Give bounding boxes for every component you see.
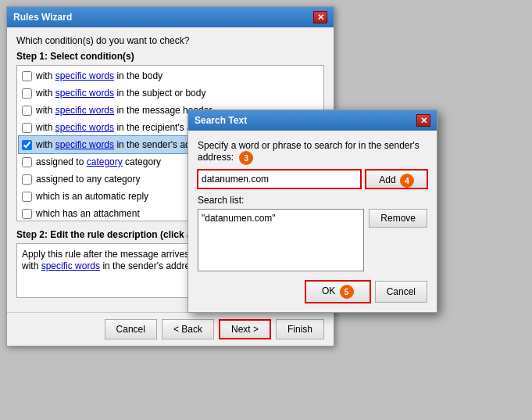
search-list-box[interactable]: "datanumen.com" <box>198 209 364 271</box>
add-button[interactable]: Add 4 <box>366 170 427 188</box>
title-bar-buttons: ✕ <box>313 11 327 23</box>
rules-wizard-title-bar: Rules Wizard ✕ <box>7 7 334 27</box>
condition-checkbox-2[interactable] <box>22 106 32 116</box>
search-dialog-title-bar: Search Text ✕ <box>188 110 437 131</box>
condition-checkbox-6[interactable] <box>22 174 32 185</box>
link-category[interactable]: category <box>87 156 123 167</box>
search-list-item[interactable]: "datanumen.com" <box>202 213 360 224</box>
search-list-buttons: Remove <box>369 209 427 271</box>
link-specific-words-subject[interactable]: specific words <box>55 88 114 99</box>
search-input-row: Add 4 <box>198 170 427 188</box>
remove-button[interactable]: Remove <box>369 209 427 228</box>
header-line1: Which condition(s) do you want to check? <box>16 35 189 46</box>
link-specific-words-recipient[interactable]: specific words <box>55 122 114 133</box>
search-prompt-label: Specify a word or phrase to search for i… <box>198 140 427 165</box>
search-dialog-close-button[interactable]: ✕ <box>416 114 430 127</box>
close-button[interactable]: ✕ <box>313 11 327 23</box>
step2-specific-words-link[interactable]: specific words <box>41 260 100 271</box>
badge-4: 4 <box>400 174 414 188</box>
search-dialog-title-buttons: ✕ <box>416 114 430 127</box>
badge-3: 3 <box>239 151 253 165</box>
search-dialog-content: Specify a word or phrase to search for i… <box>188 131 437 312</box>
search-cancel-button[interactable]: Cancel <box>375 281 427 303</box>
link-specific-words-header[interactable]: specific words <box>55 105 114 116</box>
cancel-button[interactable]: Cancel <box>105 319 157 339</box>
rules-wizard-title: Rules Wizard <box>13 12 72 23</box>
wizard-header-text: Which condition(s) do you want to check? <box>16 35 324 46</box>
link-specific-words-sender[interactable]: specific words <box>55 139 114 150</box>
condition-item-1[interactable]: with specific words in the subject or bo… <box>19 84 322 102</box>
condition-checkbox-1[interactable] <box>22 88 32 99</box>
search-text-dialog: Search Text ✕ Specify a word or phrase t… <box>187 109 437 313</box>
condition-checkbox-3[interactable] <box>22 123 32 133</box>
condition-checkbox-4[interactable] <box>22 140 32 150</box>
search-text-input[interactable] <box>198 170 361 188</box>
condition-checkbox-0[interactable] <box>22 71 32 81</box>
next-button[interactable]: Next > <box>219 319 271 339</box>
condition-checkbox-5[interactable] <box>22 157 32 167</box>
back-button[interactable]: < Back <box>162 319 214 339</box>
search-list-label: Search list: <box>198 195 427 206</box>
wizard-footer: Cancel < Back Next > Finish <box>7 312 334 346</box>
search-list-area: "datanumen.com" Remove <box>198 209 427 271</box>
finish-button[interactable]: Finish <box>276 319 324 339</box>
badge-5: 5 <box>340 285 354 299</box>
step1-label: Step 1: Select condition(s) <box>16 51 324 62</box>
search-dialog-footer: OK 5 Cancel <box>198 278 427 303</box>
link-specific-words-body[interactable]: specific words <box>55 70 114 81</box>
condition-checkbox-7[interactable] <box>22 192 32 202</box>
condition-item-0[interactable]: with specific words in the body <box>19 67 322 84</box>
ok-button[interactable]: OK 5 <box>305 281 370 303</box>
search-dialog-title: Search Text <box>195 115 247 126</box>
condition-checkbox-8[interactable] <box>22 209 32 219</box>
